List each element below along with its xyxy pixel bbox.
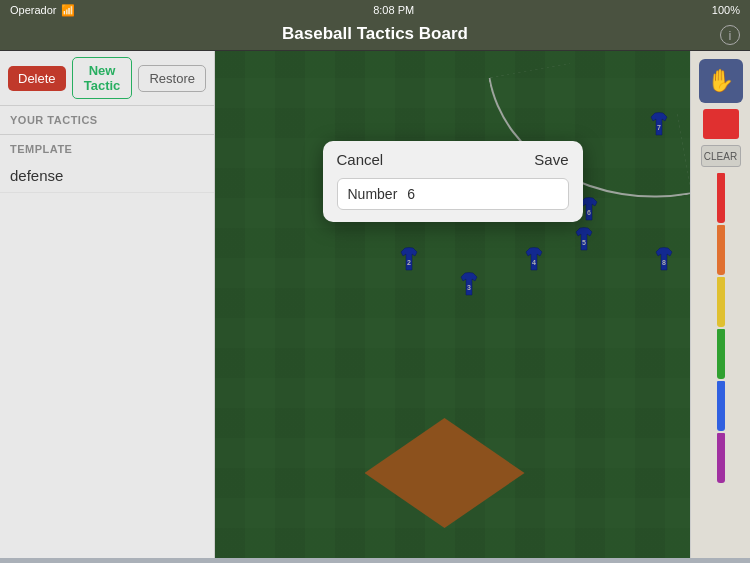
dialog-save-button[interactable]: Save bbox=[534, 151, 568, 168]
template-label: TEMPLATE bbox=[0, 134, 214, 159]
number-dialog: Cancel Save Number ✕ bbox=[323, 141, 583, 222]
dialog-actions: Cancel Save bbox=[323, 141, 583, 174]
new-tactic-button[interactable]: New Tactic bbox=[72, 57, 133, 99]
delete-button[interactable]: Delete bbox=[8, 66, 66, 91]
dialog-field-row: Number ✕ bbox=[337, 178, 569, 210]
status-battery: 100% bbox=[712, 4, 740, 16]
hand-icon: ✋ bbox=[707, 68, 734, 94]
title-bar: Baseball Tactics Board i bbox=[0, 20, 750, 51]
template-defense-item[interactable]: defense bbox=[0, 159, 214, 193]
right-toolbar: ✋ CLEAR bbox=[690, 51, 750, 558]
hand-tool-button[interactable]: ✋ bbox=[699, 59, 743, 103]
status-carrier: Operador 📶 bbox=[10, 4, 75, 17]
main-area: Delete New Tactic Restore YOUR TACTICS T… bbox=[0, 51, 750, 558]
dialog-body: Number ✕ bbox=[323, 174, 583, 222]
pencil-yellow[interactable] bbox=[717, 277, 725, 327]
wifi-icon: 📶 bbox=[61, 4, 75, 17]
pencil-orange[interactable] bbox=[717, 225, 725, 275]
dialog-overlay: Cancel Save Number ✕ bbox=[215, 51, 690, 558]
pencil-red[interactable] bbox=[717, 173, 725, 223]
dialog-cancel-button[interactable]: Cancel bbox=[337, 151, 384, 168]
pencil-blue[interactable] bbox=[717, 381, 725, 431]
clear-button[interactable]: CLEAR bbox=[701, 145, 741, 167]
field-container: 2 3 4 5 6 7 8 10 Cancel bbox=[215, 51, 690, 558]
pencil-green[interactable] bbox=[717, 329, 725, 379]
pencil-group bbox=[717, 173, 725, 483]
keyboard: QWERTYUIOP⌫ ASDFGHJKLDone ⇧ZXCVBNM!?⇧ .?… bbox=[0, 558, 750, 563]
page-title: Baseball Tactics Board bbox=[0, 24, 750, 44]
status-time: 8:08 PM bbox=[373, 4, 414, 16]
sidebar-toolbar: Delete New Tactic Restore bbox=[0, 51, 214, 106]
sidebar: Delete New Tactic Restore YOUR TACTICS T… bbox=[0, 51, 215, 558]
pencil-purple[interactable] bbox=[717, 433, 725, 483]
info-button[interactable]: i bbox=[720, 25, 740, 45]
color-red-button[interactable] bbox=[703, 109, 739, 139]
status-bar: Operador 📶 8:08 PM 100% bbox=[0, 0, 750, 20]
your-tactics-label: YOUR TACTICS bbox=[0, 106, 214, 130]
restore-button[interactable]: Restore bbox=[138, 65, 206, 92]
dialog-field-label: Number bbox=[348, 186, 398, 202]
number-input[interactable] bbox=[407, 186, 582, 202]
